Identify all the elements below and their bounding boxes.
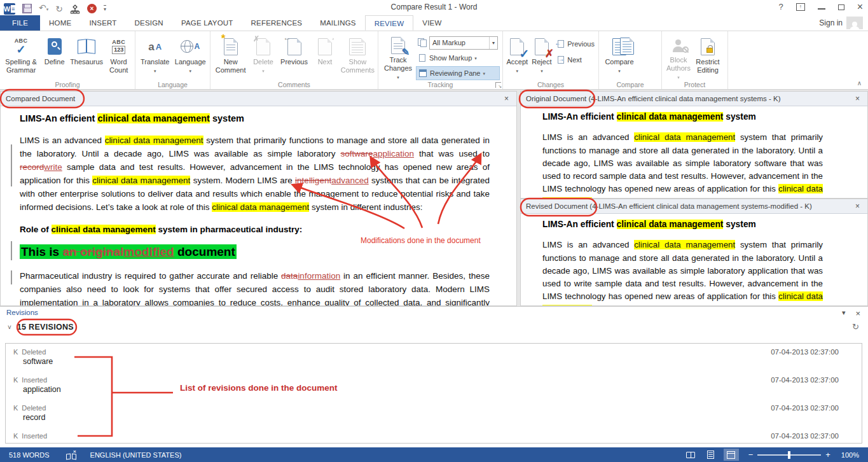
delete-comment-icon: ✗: [256, 35, 270, 58]
next-change-button[interactable]: → Next: [554, 53, 596, 67]
original-document-pane: Original Document (4-LIMS-An efficient c…: [520, 91, 868, 199]
language-status[interactable]: ENGLISH (UNITED STATES): [90, 451, 182, 459]
thesaurus-button[interactable]: Thesaurus: [69, 33, 104, 81]
close-revisions-icon[interactable]: ×: [855, 309, 860, 318]
word-count-button[interactable]: ABC123 Word Count: [104, 33, 133, 81]
next-comment-icon: →: [318, 35, 332, 58]
previous-change-button[interactable]: ← Previous: [554, 37, 596, 51]
previous-comment-button[interactable]: ← Previous: [278, 33, 310, 81]
revision-item[interactable]: KInserted 07-04-2013 02:37:00: [13, 432, 854, 441]
close-pane-icon[interactable]: ×: [502, 94, 511, 103]
print-layout-icon[interactable]: [703, 449, 719, 461]
group-label-language: Language: [135, 81, 210, 88]
minimize-icon[interactable]: [818, 4, 825, 10]
collapse-ribbon-icon[interactable]: ∧: [857, 80, 862, 87]
revision-text: record: [23, 413, 854, 422]
revision-text: application: [23, 385, 854, 394]
sign-in-link[interactable]: Sign in: [819, 18, 843, 27]
markup-select[interactable]: All Markup ▾: [429, 36, 498, 50]
web-layout-icon[interactable]: [724, 449, 739, 461]
previous-comment-icon: ←: [287, 35, 301, 58]
ribbon-tab-bar: FILE HOME INSERT DESIGN PAGE LAYOUT REFE…: [0, 15, 868, 31]
tab-insert[interactable]: INSERT: [80, 15, 125, 31]
tab-page-layout[interactable]: PAGE LAYOUT: [172, 15, 242, 31]
group-label-tracking: Tracking: [378, 81, 502, 88]
dropdown-caret: ▾: [154, 67, 156, 75]
ribbon-display-options-icon[interactable]: ↑: [796, 3, 805, 11]
revisions-list[interactable]: KDeleted software 07-04-2013 02:37:00 KI…: [5, 343, 862, 444]
word-count-status[interactable]: 518 WORDS: [9, 451, 50, 459]
close-icon[interactable]: ×: [857, 2, 863, 12]
compared-document-body[interactable]: LIMS-An efficient clinical data manageme…: [1, 106, 516, 305]
restore-icon[interactable]: [838, 4, 844, 10]
revision-text: software: [23, 357, 854, 366]
proofing-errors-icon[interactable]: ×: [66, 451, 76, 459]
define-button[interactable]: Define: [40, 33, 69, 81]
tab-home[interactable]: HOME: [40, 15, 80, 31]
reject-icon: ✗: [535, 35, 549, 58]
zoom-slider[interactable]: [757, 454, 821, 456]
compare-button[interactable]: Compare ▾: [601, 33, 638, 81]
new-comment-button[interactable]: * New Comment: [212, 33, 249, 81]
dropdown-caret: ▾: [541, 67, 543, 75]
revision-timestamp: 07-04-2013 02:37:00: [771, 432, 839, 440]
doc-green-heading: This is an originalmodified document: [20, 244, 237, 259]
read-mode-icon[interactable]: [683, 449, 698, 461]
ribbon-group-protect: Block Authors ▾ Restrict Editing Protect: [662, 31, 728, 89]
tracking-dialog-launcher-icon[interactable]: [495, 82, 501, 88]
restrict-editing-button[interactable]: Restrict Editing: [693, 33, 722, 81]
doc-heading: LIMS-An efficient clinical data manageme…: [20, 112, 490, 125]
revision-item[interactable]: KInserted application 07-04-2013 02:37:0…: [13, 376, 854, 394]
delete-comment-button[interactable]: ✗ Delete ▾: [249, 33, 277, 81]
dropdown-caret: ▾: [474, 56, 477, 61]
tab-file[interactable]: FILE: [0, 15, 40, 31]
dropdown-caret: ▾: [618, 67, 621, 75]
refresh-icon[interactable]: ↻: [852, 322, 859, 332]
tab-references[interactable]: REFERENCES: [242, 15, 312, 31]
doc-heading: LIMS-An efficient clinical data manageme…: [542, 218, 823, 231]
avatar[interactable]: [846, 17, 863, 29]
spelling-grammar-icon: ABC✓: [15, 35, 28, 58]
revisions-count: 15 REVISIONS: [17, 323, 74, 332]
revised-document-body[interactable]: LIMS-An efficient clinical data manageme…: [521, 214, 867, 305]
tab-view[interactable]: VIEW: [413, 15, 450, 31]
close-pane-icon[interactable]: ×: [853, 94, 862, 103]
doc-paragraph: LIMS is an advanced clinical data manage…: [542, 131, 823, 198]
original-document-body[interactable]: LIMS-An efficient clinical data manageme…: [521, 106, 867, 198]
revisions-menu-icon[interactable]: ▾: [842, 309, 846, 318]
track-changes-button[interactable]: ✎ Track Changes ▾: [380, 33, 416, 81]
revision-item[interactable]: KDeleted software 07-04-2013 02:37:00: [13, 348, 854, 366]
show-comments-button[interactable]: Show Comments: [340, 33, 376, 81]
tab-design[interactable]: DESIGN: [126, 15, 172, 31]
block-authors-button[interactable]: Block Authors ▾: [664, 33, 693, 81]
tab-mailings[interactable]: MAILINGS: [311, 15, 365, 31]
chevron-down-icon[interactable]: ▾: [489, 37, 495, 49]
accept-button[interactable]: ✓ Accept ▾: [505, 33, 530, 81]
close-pane-icon[interactable]: ×: [853, 202, 862, 211]
zoom-slider-handle[interactable]: [788, 451, 790, 459]
ribbon-group-compare: Compare ▾ Compare: [599, 31, 662, 89]
translate-button[interactable]: aA Translate ▾: [137, 33, 173, 81]
ribbon-group-language: aA Translate ▾ A Language ▾ Language: [135, 31, 210, 89]
markup-row: All Markup ▾: [416, 36, 500, 50]
title-bar: W≡ ↶▾ ↻ × ▾ Compare Result 1 - Word ? ↑ …: [0, 0, 868, 15]
revisions-pane-title: Revisions: [6, 309, 38, 316]
original-document-header: Original Document (4-LIMS-An efficient c…: [521, 92, 867, 106]
spelling-grammar-button[interactable]: ABC✓ Spelling & Grammar: [2, 33, 40, 81]
window-title: Compare Result 1 - Word: [0, 3, 868, 11]
window-controls: ? ↑ ×: [778, 2, 863, 12]
language-button[interactable]: A Language ▾: [173, 33, 209, 81]
collapse-revisions-icon[interactable]: ˅: [8, 324, 11, 331]
revision-author: K: [13, 376, 18, 384]
zoom-in-button[interactable]: +: [825, 450, 830, 459]
revision-item[interactable]: KDeleted record 07-04-2013 02:37:00: [13, 404, 854, 422]
next-comment-button[interactable]: → Next: [310, 33, 339, 81]
group-label-comments: Comments: [210, 81, 378, 88]
reviewing-pane-button[interactable]: Reviewing Pane ▾: [416, 66, 500, 80]
help-icon[interactable]: ?: [778, 2, 783, 12]
zoom-out-button[interactable]: −: [748, 450, 754, 459]
tab-review[interactable]: REVIEW: [365, 15, 414, 31]
reject-button[interactable]: ✗ Reject ▾: [530, 33, 555, 81]
show-markup-button[interactable]: Show Markup ▾: [416, 51, 500, 65]
zoom-level[interactable]: 100%: [841, 451, 859, 459]
